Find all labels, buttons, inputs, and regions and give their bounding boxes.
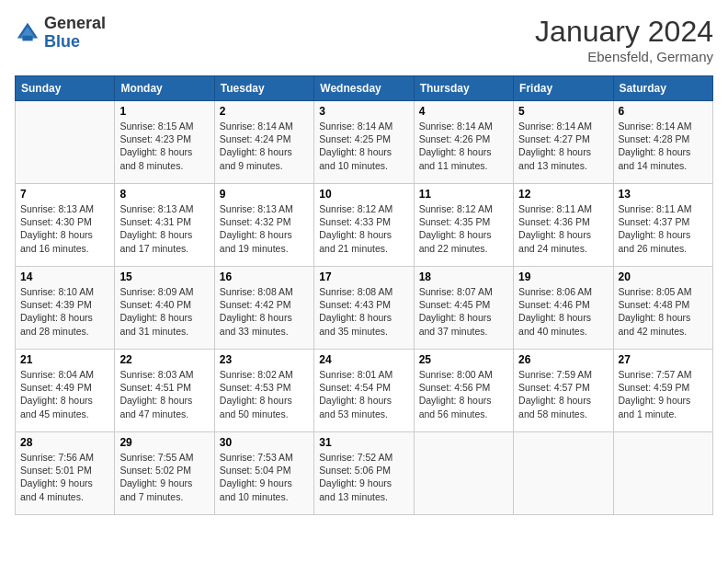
- cell-content: Sunrise: 7:52 AM Sunset: 5:06 PM Dayligh…: [319, 451, 408, 503]
- calendar-cell: 30Sunrise: 7:53 AM Sunset: 5:04 PM Dayli…: [214, 432, 313, 515]
- calendar-cell: [613, 432, 712, 515]
- calendar-cell: 25Sunrise: 8:00 AM Sunset: 4:56 PM Dayli…: [414, 350, 513, 432]
- calendar-cell: 6Sunrise: 8:14 AM Sunset: 4:28 PM Daylig…: [613, 101, 712, 184]
- calendar-table: SundayMondayTuesdayWednesdayThursdayFrid…: [15, 75, 713, 515]
- calendar-cell: 12Sunrise: 8:11 AM Sunset: 4:36 PM Dayli…: [514, 184, 613, 267]
- cell-content: Sunrise: 8:12 AM Sunset: 4:35 PM Dayligh…: [419, 202, 508, 255]
- calendar-cell: 9Sunrise: 8:13 AM Sunset: 4:32 PM Daylig…: [214, 184, 313, 267]
- cell-content: Sunrise: 7:55 AM Sunset: 5:02 PM Dayligh…: [119, 451, 209, 503]
- cell-content: Sunrise: 8:08 AM Sunset: 4:42 PM Dayligh…: [220, 285, 309, 338]
- header-day-friday: Friday: [514, 76, 613, 101]
- day-number: 11: [419, 188, 508, 201]
- day-number: 16: [220, 270, 309, 283]
- day-number: 5: [518, 105, 608, 118]
- calendar-cell: 31Sunrise: 7:52 AM Sunset: 5:06 PM Dayli…: [314, 432, 414, 515]
- day-number: 18: [419, 270, 508, 283]
- day-number: 21: [20, 353, 109, 366]
- calendar-cell: 27Sunrise: 7:57 AM Sunset: 4:59 PM Dayli…: [613, 350, 712, 432]
- calendar-cell: [414, 432, 513, 515]
- cell-content: Sunrise: 8:02 AM Sunset: 4:53 PM Dayligh…: [220, 368, 309, 420]
- day-number: 14: [20, 270, 109, 283]
- calendar-cell: 22Sunrise: 8:03 AM Sunset: 4:51 PM Dayli…: [115, 350, 214, 432]
- cell-content: Sunrise: 8:03 AM Sunset: 4:51 PM Dayligh…: [119, 368, 209, 420]
- logo: General Blue: [15, 15, 106, 52]
- calendar-cell: 16Sunrise: 8:08 AM Sunset: 4:42 PM Dayli…: [214, 267, 313, 350]
- week-row-5: 28Sunrise: 7:56 AM Sunset: 5:01 PM Dayli…: [16, 432, 713, 515]
- cell-content: Sunrise: 7:59 AM Sunset: 4:57 PM Dayligh…: [518, 368, 608, 420]
- cell-content: Sunrise: 8:01 AM Sunset: 4:54 PM Dayligh…: [319, 368, 408, 420]
- cell-content: Sunrise: 8:14 AM Sunset: 4:24 PM Dayligh…: [220, 120, 309, 172]
- title-block: January 2024 Ebensfeld, Germany: [535, 15, 713, 64]
- calendar-cell: 8Sunrise: 8:13 AM Sunset: 4:31 PM Daylig…: [115, 184, 214, 267]
- cell-content: Sunrise: 7:57 AM Sunset: 4:59 PM Dayligh…: [619, 368, 708, 420]
- cell-content: Sunrise: 8:07 AM Sunset: 4:45 PM Dayligh…: [419, 285, 508, 338]
- day-number: 6: [619, 105, 708, 118]
- day-number: 2: [220, 105, 309, 118]
- day-number: 9: [220, 188, 309, 201]
- logo-text: General Blue: [44, 15, 106, 52]
- header-day-sunday: Sunday: [16, 76, 115, 101]
- calendar-cell: 3Sunrise: 8:14 AM Sunset: 4:25 PM Daylig…: [314, 101, 414, 184]
- cell-content: Sunrise: 7:53 AM Sunset: 5:04 PM Dayligh…: [220, 451, 309, 503]
- cell-content: Sunrise: 8:15 AM Sunset: 4:23 PM Dayligh…: [119, 120, 209, 172]
- calendar-cell: 10Sunrise: 8:12 AM Sunset: 4:33 PM Dayli…: [314, 184, 414, 267]
- day-number: 10: [319, 188, 408, 201]
- cell-content: Sunrise: 8:10 AM Sunset: 4:39 PM Dayligh…: [20, 285, 109, 338]
- day-number: 7: [20, 188, 109, 201]
- day-number: 22: [119, 353, 209, 366]
- week-row-4: 21Sunrise: 8:04 AM Sunset: 4:49 PM Dayli…: [16, 350, 713, 432]
- day-number: 26: [518, 353, 608, 366]
- header-day-thursday: Thursday: [414, 76, 513, 101]
- day-number: 19: [518, 270, 608, 283]
- calendar-cell: 26Sunrise: 7:59 AM Sunset: 4:57 PM Dayli…: [514, 350, 613, 432]
- calendar-cell: 23Sunrise: 8:02 AM Sunset: 4:53 PM Dayli…: [214, 350, 313, 432]
- svg-rect-2: [22, 36, 32, 41]
- week-row-2: 7Sunrise: 8:13 AM Sunset: 4:30 PM Daylig…: [16, 184, 713, 267]
- cell-content: Sunrise: 8:12 AM Sunset: 4:33 PM Dayligh…: [319, 202, 408, 255]
- day-number: 17: [319, 270, 408, 283]
- header-day-wednesday: Wednesday: [314, 76, 414, 101]
- logo-general-text: General: [44, 15, 106, 33]
- calendar-cell: 17Sunrise: 8:08 AM Sunset: 4:43 PM Dayli…: [314, 267, 414, 350]
- cell-content: Sunrise: 8:13 AM Sunset: 4:31 PM Dayligh…: [119, 202, 209, 255]
- calendar-cell: 5Sunrise: 8:14 AM Sunset: 4:27 PM Daylig…: [514, 101, 613, 184]
- header-day-saturday: Saturday: [613, 76, 712, 101]
- day-number: 8: [119, 188, 209, 201]
- day-number: 20: [619, 270, 708, 283]
- logo-blue-text: Blue: [44, 33, 106, 52]
- cell-content: Sunrise: 8:05 AM Sunset: 4:48 PM Dayligh…: [619, 285, 708, 338]
- header-day-monday: Monday: [115, 76, 214, 101]
- day-number: 27: [619, 353, 708, 366]
- page-header: General Blue January 2024 Ebensfeld, Ger…: [15, 15, 713, 64]
- calendar-cell: 7Sunrise: 8:13 AM Sunset: 4:30 PM Daylig…: [16, 184, 115, 267]
- calendar-cell: 15Sunrise: 8:09 AM Sunset: 4:40 PM Dayli…: [115, 267, 214, 350]
- calendar-cell: 2Sunrise: 8:14 AM Sunset: 4:24 PM Daylig…: [214, 101, 313, 184]
- calendar-cell: 29Sunrise: 7:55 AM Sunset: 5:02 PM Dayli…: [115, 432, 214, 515]
- cell-content: Sunrise: 8:00 AM Sunset: 4:56 PM Dayligh…: [419, 368, 508, 420]
- day-number: 23: [220, 353, 309, 366]
- calendar-cell: 24Sunrise: 8:01 AM Sunset: 4:54 PM Dayli…: [314, 350, 414, 432]
- day-number: 13: [619, 188, 708, 201]
- calendar-cell: 13Sunrise: 8:11 AM Sunset: 4:37 PM Dayli…: [613, 184, 712, 267]
- cell-content: Sunrise: 8:14 AM Sunset: 4:26 PM Dayligh…: [419, 120, 508, 172]
- day-number: 28: [20, 436, 109, 449]
- calendar-cell: [514, 432, 613, 515]
- day-number: 24: [319, 353, 408, 366]
- week-row-1: 1Sunrise: 8:15 AM Sunset: 4:23 PM Daylig…: [16, 101, 713, 184]
- cell-content: Sunrise: 8:11 AM Sunset: 4:36 PM Dayligh…: [518, 202, 608, 255]
- cell-content: Sunrise: 8:08 AM Sunset: 4:43 PM Dayligh…: [319, 285, 408, 338]
- cell-content: Sunrise: 8:14 AM Sunset: 4:25 PM Dayligh…: [319, 120, 408, 172]
- calendar-cell: 18Sunrise: 8:07 AM Sunset: 4:45 PM Dayli…: [414, 267, 513, 350]
- logo-icon: [15, 20, 40, 46]
- calendar-cell: 19Sunrise: 8:06 AM Sunset: 4:46 PM Dayli…: [514, 267, 613, 350]
- calendar-cell: 1Sunrise: 8:15 AM Sunset: 4:23 PM Daylig…: [115, 101, 214, 184]
- cell-content: Sunrise: 8:14 AM Sunset: 4:27 PM Dayligh…: [518, 120, 608, 172]
- calendar-cell: 28Sunrise: 7:56 AM Sunset: 5:01 PM Dayli…: [16, 432, 115, 515]
- day-number: 30: [220, 436, 309, 449]
- calendar-cell: 20Sunrise: 8:05 AM Sunset: 4:48 PM Dayli…: [613, 267, 712, 350]
- calendar-cell: 11Sunrise: 8:12 AM Sunset: 4:35 PM Dayli…: [414, 184, 513, 267]
- header-row: SundayMondayTuesdayWednesdayThursdayFrid…: [16, 76, 713, 101]
- month-title: January 2024: [535, 15, 713, 49]
- cell-content: Sunrise: 8:04 AM Sunset: 4:49 PM Dayligh…: [20, 368, 109, 420]
- day-number: 25: [419, 353, 508, 366]
